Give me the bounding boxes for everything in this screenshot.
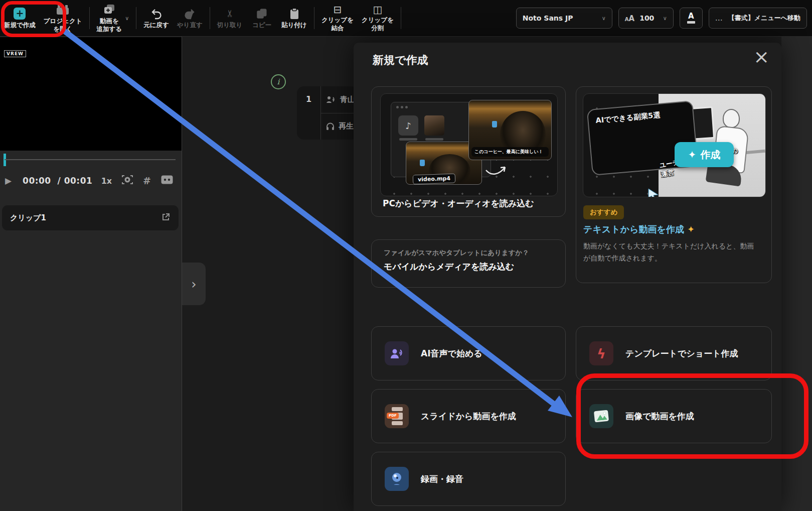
result-video-thumbnail: このコーヒー、最高に美味しい！ <box>468 100 552 160</box>
font-select[interactable]: Noto Sans JP ∨ <box>516 8 612 29</box>
flow-arrow-icon <box>485 163 508 179</box>
annotation-circle-image-card <box>576 373 808 459</box>
toolbar-divider <box>401 7 401 29</box>
music-file-icon: ♪ <box>398 115 418 136</box>
slide-pdf-icon: PDF <box>385 404 409 428</box>
chevron-down-icon[interactable]: ∨ <box>125 15 129 22</box>
current-time: 00:00 <box>23 176 51 186</box>
modal-title: 新規で作成 <box>373 53 428 68</box>
expand-panel-button[interactable]: › <box>182 263 206 305</box>
template-short-card[interactable]: ϟ テンプレートでショート作成 <box>576 326 772 380</box>
pc-import-label: PCからビデオ・オーディオを読み込む <box>383 198 534 209</box>
record-card[interactable]: 録画・録音 <box>371 452 566 506</box>
format-menu-button[interactable]: … 【書式】メニューへ移動 <box>709 8 807 29</box>
merge-clips-button[interactable]: ⊟ クリップを結合 <box>317 0 358 36</box>
text-to-video-description: 動画がなくても大丈夫！テキストだけ入れると、動画が自動で作成されます。 <box>583 240 756 265</box>
undo-icon <box>150 8 163 20</box>
cut-button[interactable]: ✂ 切り取り <box>213 0 247 36</box>
playback-controls: ▶ 00:00 / 00:01 1x # <box>5 171 174 190</box>
audio-play-label: 再生 <box>339 121 354 131</box>
video-filename-label: video.mp4 <box>413 174 456 185</box>
external-link-icon[interactable] <box>161 212 171 224</box>
toolbar-divider <box>314 7 314 29</box>
template-short-label: テンプレートでショート作成 <box>625 348 738 359</box>
aspect-ratio-icon[interactable] <box>160 175 174 187</box>
annotation-circle-new-button <box>1 1 66 37</box>
text-color-icon: A <box>687 13 695 24</box>
ai-voice-card[interactable]: AI音声で始める <box>371 326 566 380</box>
play-button[interactable]: ▶ <box>5 176 12 186</box>
clip-label: クリップ1 <box>10 213 46 223</box>
ai-voice-label: AI音声で始める <box>421 348 482 359</box>
undo-button[interactable]: 元に戻す <box>139 0 173 36</box>
webcam-icon <box>385 467 409 491</box>
chevron-right-icon: › <box>191 277 196 292</box>
font-size-select[interactable]: AA 100 ∨ <box>618 8 674 29</box>
video-preview[interactable]: VREW <box>0 37 182 151</box>
toolbar-divider <box>210 7 210 29</box>
pc-import-illustration: ♪ video.mp4 このコーヒー、最高に美味しい！ <box>380 93 558 196</box>
merge-clips-icon: ⊟ <box>333 5 342 15</box>
paste-button[interactable]: 貼り付け <box>277 0 311 36</box>
mobile-import-label: モバイルからメディアを読み込む <box>384 261 553 273</box>
illustration-heading: AIでできる副業5選 <box>595 111 661 124</box>
chevron-down-icon: ∨ <box>602 15 606 22</box>
shorts-icon: ϟ <box>589 341 613 365</box>
vrew-watermark: VREW <box>4 50 26 57</box>
text-to-video-card[interactable]: AIでできる副業5選 ユーチューブチャンネルの運営 ✦作成 おすすめ テキストか… <box>576 86 772 283</box>
snapshot-icon[interactable] <box>121 174 133 187</box>
recommended-badge: おすすめ <box>583 205 624 219</box>
font-size-icon: AA <box>625 14 634 23</box>
pc-import-card[interactable]: ♪ video.mp4 このコーヒー、最高に美味しい！ PCからビデオ・オーディ… <box>371 86 566 217</box>
subtitle-caption: このコーヒー、最高に美味しい！ <box>471 147 549 157</box>
slide-to-video-label: スライドから動画を作成 <box>421 411 516 422</box>
total-time: / 00:01 <box>58 176 93 186</box>
record-label: 録画・録音 <box>421 473 463 485</box>
sparkle-icon: ✦ <box>688 149 697 161</box>
toolbar: + 新規で作成 プロジェクトを開く 動画を追加する ∨ 元に戻す やり直す ✂ … <box>0 0 812 37</box>
grid-toggle-icon[interactable]: # <box>143 175 151 186</box>
slide-to-video-card[interactable]: PDF スライドから動画を作成 <box>371 389 566 443</box>
format-toolbar-group: Noto Sans JP ∨ AA 100 ∨ A … 【書式】メニューへ移動 <box>516 0 807 36</box>
ellipsis-icon: … <box>715 14 723 23</box>
chevron-down-icon: ∨ <box>663 15 667 22</box>
speaker-name: 青山 <box>340 95 355 104</box>
copy-icon <box>255 8 268 20</box>
pdf-chip: PDF <box>387 413 399 419</box>
speaker-voice-icon <box>326 96 336 103</box>
video-file-thumbnail <box>424 115 444 136</box>
headphone-icon <box>326 122 335 130</box>
toolbar-divider <box>136 7 136 29</box>
create-button: ✦作成 <box>675 142 734 167</box>
text-to-video-illustration: AIでできる副業5選 ユーチューブチャンネルの運営 ✦作成 <box>583 93 766 197</box>
add-video-button[interactable]: 動画を追加する ∨ <box>93 0 133 36</box>
sparkle-icon: ✦ <box>687 224 695 234</box>
clip-index: 1 <box>297 86 321 140</box>
split-clip-button[interactable]: ◫ クリップを分割 <box>358 0 398 36</box>
close-icon[interactable]: × <box>753 46 769 68</box>
scissors-icon: ✂ <box>224 7 236 20</box>
mobile-import-card[interactable]: ファイルがスマホやタブレットにありますか？ モバイルからメディアを読み込む <box>371 239 566 288</box>
text-to-video-title: テキストから動画を作成 <box>583 224 684 234</box>
preview-panel: VREW ▶ 00:00 / 00:01 1x # クリップ1 <box>0 37 182 511</box>
copy-button[interactable]: コピー <box>246 0 277 36</box>
info-icon[interactable]: i <box>271 74 286 89</box>
ai-voice-icon <box>385 341 409 365</box>
cursor-icon <box>647 188 660 197</box>
toolbar-divider <box>89 7 90 29</box>
clip-item[interactable]: クリップ1 <box>2 205 179 230</box>
text-color-button[interactable]: A <box>680 8 703 29</box>
add-video-icon <box>103 4 116 16</box>
redo-button[interactable]: やり直す <box>173 0 207 36</box>
mobile-import-hint: ファイルがスマホやタブレットにありますか？ <box>384 248 553 258</box>
redo-icon <box>183 8 196 20</box>
playback-speed-button[interactable]: 1x <box>101 176 112 186</box>
seek-bar[interactable] <box>5 159 176 160</box>
split-clip-icon: ◫ <box>373 5 382 15</box>
clipboard-icon <box>288 8 301 20</box>
